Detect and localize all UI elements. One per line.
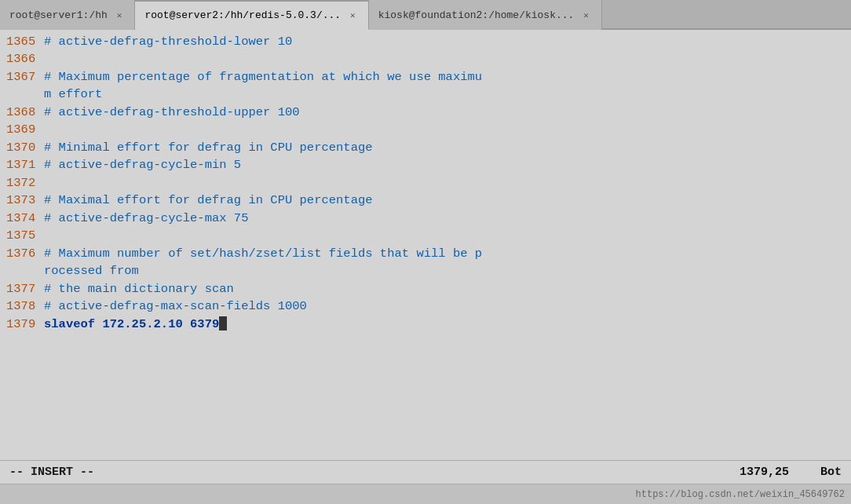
line-1377: 1377 # the main dictionary scan xyxy=(0,280,851,298)
line-1379: 1379 slaveof 172.25.2.10 6379 xyxy=(0,316,851,333)
status-insert-mode: -- INSERT -- xyxy=(9,466,740,479)
tab-kiosk-close[interactable]: ✕ xyxy=(580,9,592,22)
status-right: 1379,25 Bot xyxy=(740,466,842,479)
line-1366: 1366 xyxy=(0,50,851,68)
line-1373: 1373 # Maximal effort for defrag in CPU … xyxy=(0,192,851,209)
tab-kiosk[interactable]: kiosk@foundation2:/home/kiosk... ✕ xyxy=(369,0,602,30)
editor-area: 1365 # active-defrag-threshold-lower 10 … xyxy=(0,30,851,484)
line-1367-cont: m effort xyxy=(0,86,851,103)
scroll-position: Bot xyxy=(820,466,842,479)
status-bar: -- INSERT -- 1379,25 Bot xyxy=(0,460,851,484)
tab-server2[interactable]: root@server2:/hh/redis-5.0.3/... ✕ xyxy=(135,0,368,30)
tab-server2-close[interactable]: ✕ xyxy=(347,9,359,22)
line-1365: 1365 # active-defrag-threshold-lower 10 xyxy=(0,33,851,50)
watermark-bar: https://blog.csdn.net/weixin_45649762 xyxy=(0,484,851,504)
tab-server1-label: root@server1:/hh xyxy=(9,9,108,21)
code-content: 1365 # active-defrag-threshold-lower 10 … xyxy=(0,30,851,460)
line-1367: 1367 # Maximum percentage of fragmentati… xyxy=(0,68,851,86)
tab-server2-label: root@server2:/hh/redis-5.0.3/... xyxy=(144,9,341,21)
text-cursor xyxy=(219,316,227,331)
tab-server1-close[interactable]: ✕ xyxy=(114,9,126,22)
watermark-text: https://blog.csdn.net/weixin_45649762 xyxy=(636,489,845,500)
line-1371: 1371 # active-defrag-cycle-min 5 xyxy=(0,156,851,173)
line-1370: 1370 # Minimal effort for defrag in CPU … xyxy=(0,139,851,156)
line-1368: 1368 # active-defrag-threshold-upper 100 xyxy=(0,104,851,121)
line-1369: 1369 xyxy=(0,121,851,138)
tab-bar: root@server1:/hh ✕ root@server2:/hh/redi… xyxy=(0,0,851,30)
line-1378: 1378 # active-defrag-max-scan-fields 100… xyxy=(0,298,851,315)
line-1374: 1374 # active-defrag-cycle-max 75 xyxy=(0,210,851,227)
tab-server1[interactable]: root@server1:/hh ✕ xyxy=(0,0,135,30)
terminal-window: root@server1:/hh ✕ root@server2:/hh/redi… xyxy=(0,0,851,504)
line-1375: 1375 xyxy=(0,227,851,244)
tab-kiosk-label: kiosk@foundation2:/home/kiosk... xyxy=(378,9,575,21)
line-1376: 1376 # Maximum number of set/hash/zset/l… xyxy=(0,245,851,262)
line-1376-cont: rocessed from xyxy=(0,262,851,279)
line-1372: 1372 xyxy=(0,174,851,192)
cursor-position: 1379,25 xyxy=(740,466,789,479)
